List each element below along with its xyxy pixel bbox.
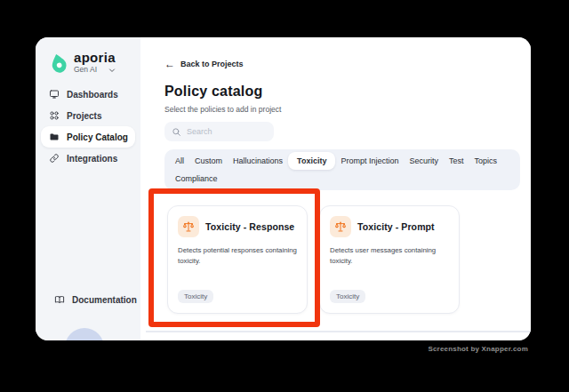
sidebar-nav: Dashboards Projects Policy Catalog Integ… bbox=[36, 84, 140, 169]
policy-card-tag: Toxicity bbox=[178, 290, 213, 303]
watermark-text: Screenshot by Xnapper.com bbox=[428, 345, 528, 353]
sidebar-item-policy-catalog[interactable]: Policy Catalog bbox=[41, 126, 135, 148]
sidebar-item-dashboards[interactable]: Dashboards bbox=[41, 84, 135, 105]
scales-icon bbox=[182, 220, 195, 233]
tab-prompt-injection[interactable]: Prompt Injection bbox=[335, 152, 404, 170]
sidebar-item-documentation[interactable]: Documentation bbox=[46, 289, 130, 310]
tab-test[interactable]: Test bbox=[444, 152, 469, 170]
policy-card-title: Toxicity - Response bbox=[205, 221, 294, 232]
main-content: ← Back to Projects Policy catalog Select… bbox=[140, 37, 531, 340]
page-title: Policy catalog bbox=[164, 84, 520, 100]
search-box[interactable] bbox=[164, 122, 274, 141]
tab-toxicity[interactable]: Toxicity bbox=[288, 152, 335, 170]
policy-icon-bg bbox=[330, 216, 351, 237]
policy-card-toxicity-response[interactable]: Toxicity - Response Detects potential re… bbox=[167, 205, 308, 314]
projects-grid-icon bbox=[49, 110, 60, 121]
book-icon bbox=[54, 294, 65, 305]
policy-card-description: Detects user messages containing toxicit… bbox=[330, 245, 449, 268]
policy-card-title: Toxicity - Prompt bbox=[357, 221, 435, 232]
content-bottom-divider bbox=[146, 331, 531, 332]
tab-all[interactable]: All bbox=[170, 152, 189, 170]
user-avatar[interactable] bbox=[65, 328, 104, 340]
aporia-logo-icon bbox=[47, 51, 70, 76]
sidebar-item-label: Documentation bbox=[72, 295, 137, 305]
policy-card-toxicity-prompt[interactable]: Toxicity - Prompt Detects user messages … bbox=[319, 205, 460, 314]
policy-filter-tabs: All Custom Hallucinations Toxicity Promp… bbox=[164, 149, 520, 190]
sidebar-item-label: Projects bbox=[67, 111, 101, 121]
link-icon bbox=[49, 153, 60, 164]
sidebar-item-label: Policy Catalog bbox=[67, 132, 128, 142]
search-icon bbox=[172, 127, 181, 137]
brand-name: aporia bbox=[74, 50, 116, 65]
policy-card-tag: Toxicity bbox=[330, 290, 365, 303]
tab-compliance[interactable]: Compliance bbox=[170, 170, 223, 188]
sidebar-item-label: Dashboards bbox=[67, 90, 118, 100]
workspace-name: Gen AI bbox=[74, 65, 97, 75]
brand[interactable]: aporia Gen AI bbox=[36, 50, 140, 82]
tab-custom[interactable]: Custom bbox=[189, 152, 228, 170]
scales-icon bbox=[334, 220, 347, 233]
policy-card-description: Detects potential responses containing t… bbox=[178, 245, 297, 268]
dashboard-icon bbox=[49, 89, 60, 100]
sidebar-item-integrations[interactable]: Integrations bbox=[41, 148, 135, 169]
policy-cards: Toxicity - Response Detects potential re… bbox=[167, 205, 520, 314]
app-window: aporia Gen AI Dashboards Projects Policy… bbox=[36, 37, 531, 340]
policy-icon-bg bbox=[178, 216, 199, 237]
tab-topics[interactable]: Topics bbox=[469, 152, 502, 170]
back-link-label: Back to Projects bbox=[180, 60, 244, 68]
tab-hallucinations[interactable]: Hallucinations bbox=[228, 152, 288, 170]
sidebar-item-label: Integrations bbox=[67, 154, 117, 164]
chevron-down-icon[interactable] bbox=[108, 66, 116, 75]
sidebar: aporia Gen AI Dashboards Projects Policy… bbox=[36, 37, 140, 340]
page-subtitle: Select the policies to add in project bbox=[164, 105, 520, 114]
search-input[interactable] bbox=[187, 127, 267, 136]
sidebar-item-projects[interactable]: Projects bbox=[41, 105, 135, 126]
back-arrow-icon: ← bbox=[164, 59, 175, 69]
folder-icon bbox=[49, 132, 60, 142]
tab-security[interactable]: Security bbox=[404, 152, 444, 170]
back-to-projects-link[interactable]: ← Back to Projects bbox=[164, 59, 244, 69]
